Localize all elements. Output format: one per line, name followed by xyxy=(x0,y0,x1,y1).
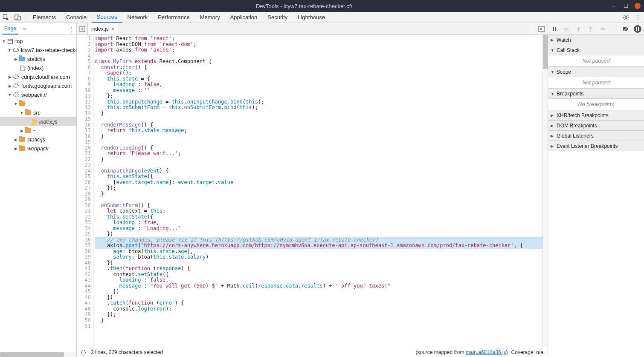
svg-rect-12 xyxy=(8,39,13,43)
debug-section-xhr-fetch-breakpoints[interactable]: ▶XHR/fetch Breakpoints xyxy=(548,110,644,121)
pause-icon[interactable] xyxy=(551,25,558,33)
pretty-print-icon[interactable]: { } xyxy=(81,349,86,355)
window-titlebar: DevTools - lcyw7.tax-rebate-checker.cf/ … xyxy=(0,0,644,12)
tree-label: static/js xyxy=(27,56,45,62)
panel-tab-console[interactable]: Console xyxy=(61,12,92,23)
panel-tab-network[interactable]: Network xyxy=(122,12,153,23)
close-window-icon[interactable] xyxy=(635,3,641,9)
step-into-icon[interactable] xyxy=(574,25,582,33)
navigator-menu-icon[interactable]: ⋮ xyxy=(69,23,74,35)
tree-arrow-icon[interactable]: ▶ xyxy=(8,84,12,88)
tree-item[interactable]: index.js xyxy=(0,117,76,126)
step-icon[interactable] xyxy=(598,25,606,33)
navigator-hscrollbar[interactable] xyxy=(0,352,76,357)
pause-on-exceptions-icon[interactable] xyxy=(634,25,641,33)
devtools-toolbar: ElementsConsoleSourcesNetworkPerformance… xyxy=(0,12,644,23)
panel-tab-lighthouse[interactable]: Lighthouse xyxy=(293,12,330,23)
panel-tab-application[interactable]: Application xyxy=(225,12,263,23)
svg-line-9 xyxy=(627,19,628,20)
tree-item[interactable]: ▶fonts.googleapis.com xyxy=(0,81,76,90)
folder-yellow-icon xyxy=(19,145,26,152)
tree-item[interactable]: ▼. xyxy=(0,99,76,108)
section-toggle-icon[interactable]: ▶ xyxy=(551,144,555,148)
minimize-icon[interactable]: ─ xyxy=(611,3,617,9)
tree-arrow-icon[interactable]: ▼ xyxy=(8,93,12,97)
tree-item[interactable]: ▶cdnjs.cloudflare.com xyxy=(0,72,76,81)
tree-item[interactable]: ▶static/js xyxy=(0,135,76,144)
folder-yellow-icon xyxy=(25,127,32,134)
tree-item[interactable]: ▶~ xyxy=(0,126,76,135)
section-toggle-icon[interactable]: ▶ xyxy=(551,134,555,138)
svg-point-3 xyxy=(625,16,627,18)
tree-arrow-icon[interactable]: ▼ xyxy=(2,39,6,43)
deactivate-breakpoints-icon[interactable] xyxy=(622,25,629,33)
debug-section-call-stack[interactable]: ▼Call Stack xyxy=(548,45,644,55)
tree-arrow-icon[interactable]: ▶ xyxy=(14,57,18,61)
section-toggle-icon[interactable]: ▶ xyxy=(551,113,555,118)
tree-arrow-icon[interactable]: ▼ xyxy=(14,102,18,106)
panel-tab-memory[interactable]: Memory xyxy=(195,12,225,23)
tree-arrow-icon[interactable]: ▶ xyxy=(14,138,18,142)
run-snippet-icon[interactable] xyxy=(535,23,548,35)
tree-arrow-icon[interactable]: ▼ xyxy=(8,48,12,52)
section-toggle-icon[interactable]: ▼ xyxy=(551,48,555,52)
tree-item[interactable]: ▼top xyxy=(0,37,76,46)
code-editor[interactable]: 1234567891011121314151617181920212223242… xyxy=(77,35,548,347)
debug-section-global-listeners[interactable]: ▶Global Listeners xyxy=(548,131,644,141)
section-title: Breakpoints xyxy=(557,91,583,97)
cloud-icon xyxy=(13,74,20,81)
debug-section-breakpoints[interactable]: ▼Breakpoints xyxy=(548,89,644,99)
more-menu-icon[interactable]: ⋮ xyxy=(632,12,644,23)
file-tab-indexjs[interactable]: index.js × xyxy=(88,23,118,35)
section-toggle-icon[interactable]: ▶ xyxy=(551,38,555,42)
code-area[interactable]: import React from 'react';import ReactDO… xyxy=(94,35,542,347)
line-gutter: 1234567891011121314151617181920212223242… xyxy=(77,35,94,347)
maximize-icon[interactable]: ☐ xyxy=(623,3,629,9)
cloud-icon xyxy=(13,83,20,89)
device-toolbar-icon[interactable] xyxy=(12,12,24,23)
section-title: DOM Breakpoints xyxy=(557,123,597,129)
section-toggle-icon[interactable]: ▼ xyxy=(551,70,555,74)
settings-icon[interactable] xyxy=(620,12,632,23)
panel-tab-performance[interactable]: Performance xyxy=(153,12,194,23)
tree-label: src xyxy=(33,110,41,116)
debug-section-watch[interactable]: ▶Watch xyxy=(548,35,644,45)
tree-label: cdnjs.cloudflare.com xyxy=(21,74,70,80)
close-tab-icon[interactable]: × xyxy=(111,26,115,32)
tree-item[interactable]: ▼src xyxy=(0,108,76,117)
editor-vscrollbar[interactable] xyxy=(542,35,548,347)
svg-point-18 xyxy=(566,30,567,31)
navigator-more-tabs-icon[interactable]: » xyxy=(22,23,27,35)
panel-tab-elements[interactable]: Elements xyxy=(28,12,61,23)
step-out-icon[interactable] xyxy=(586,25,594,33)
file-tree[interactable]: ▼top▼lcyw7.tax-rebate-checker.cf▶static/… xyxy=(0,35,76,352)
doc-icon xyxy=(19,65,26,72)
tree-item[interactable]: (index) xyxy=(0,63,76,72)
svg-line-11 xyxy=(627,15,628,16)
panel-tab-security[interactable]: Security xyxy=(262,12,293,23)
tree-arrow-icon[interactable]: ▶ xyxy=(14,147,18,151)
debugger-toolbar xyxy=(548,23,644,35)
debug-section-dom-breakpoints[interactable]: ▶DOM Breakpoints xyxy=(548,121,644,131)
nav-history-icon[interactable] xyxy=(77,23,88,35)
tree-item[interactable]: ▶webpack xyxy=(0,144,76,153)
panel-tab-sources[interactable]: Sources xyxy=(92,12,122,23)
inspect-element-icon[interactable] xyxy=(0,12,12,23)
navigator-tab-page[interactable]: Page xyxy=(3,23,18,35)
svg-point-20 xyxy=(590,30,591,31)
source-map-link[interactable]: main.a6818a36.js xyxy=(466,349,506,355)
step-over-icon[interactable] xyxy=(563,25,570,33)
window-title: DevTools - lcyw7.tax-rebate-checker.cf/ xyxy=(3,3,605,9)
tree-arrow-icon[interactable]: ▼ xyxy=(20,111,24,115)
tree-label: (index) xyxy=(27,65,44,71)
tree-arrow-icon[interactable]: ▶ xyxy=(8,75,12,79)
tree-item[interactable]: ▶static/js xyxy=(0,55,76,63)
tree-arrow-icon[interactable]: ▶ xyxy=(20,129,24,133)
debug-section-scope[interactable]: ▼Scope xyxy=(548,67,644,77)
debug-section-event-listener-breakpoints[interactable]: ▶Event Listener Breakpoints xyxy=(548,141,644,151)
section-toggle-icon[interactable]: ▼ xyxy=(551,92,555,96)
tree-item[interactable]: ▼lcyw7.tax-rebate-checker.cf xyxy=(0,46,76,55)
tree-item[interactable]: ▼webpack:// xyxy=(0,90,76,99)
file-tab-label: index.js xyxy=(91,26,109,32)
section-toggle-icon[interactable]: ▶ xyxy=(551,124,555,128)
